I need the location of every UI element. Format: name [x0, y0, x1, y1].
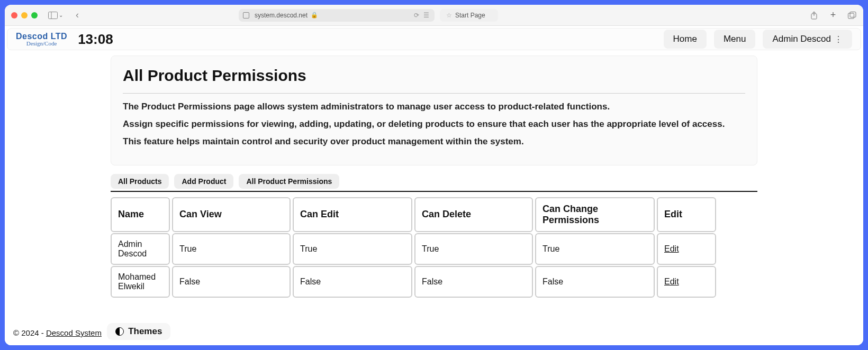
tab-add-product[interactable]: Add Product [174, 174, 233, 189]
app-header: Descod LTD Design/Code 13:08 Home Menu A… [7, 28, 861, 50]
table-row: Admin Descod True True True True Edit [111, 233, 757, 265]
lock-icon: 🔒 [311, 12, 318, 19]
col-edit: Can Edit [293, 197, 412, 232]
nav-home[interactable]: Home [664, 30, 707, 49]
start-page-label: Start Page [455, 12, 485, 19]
cell-action: Edit [657, 266, 716, 298]
cell-edit: False [293, 266, 412, 298]
url-text: system.descod.net [255, 12, 308, 19]
site-settings-icon[interactable] [243, 12, 249, 19]
table-row: Mohamed Elwekil False False False False … [111, 266, 757, 298]
clock: 13:08 [78, 31, 113, 48]
footer: © 2024 - Descod System Themes [5, 298, 863, 340]
share-icon[interactable] [809, 11, 819, 20]
chevron-down-icon: ⌄ [59, 12, 63, 18]
cell-view: True [172, 233, 291, 265]
tab-overview-icon[interactable] [847, 11, 857, 20]
page-title: All Product Permissions [123, 67, 745, 85]
more-icon: ⋮ [834, 34, 843, 44]
cell-change: False [535, 266, 655, 298]
nav-user-label: Admin Descod [772, 34, 831, 44]
table-header-row: Name Can View Can Edit Can Delete Can Ch… [111, 197, 757, 232]
permissions-table: Name Can View Can Edit Can Delete Can Ch… [111, 197, 757, 298]
intro-paragraph-1: The Product Permissions page allows syst… [123, 101, 745, 113]
back-button[interactable]: ‹ [74, 9, 81, 22]
col-delete: Can Delete [414, 197, 533, 232]
cell-name: Admin Descod [111, 233, 170, 265]
logo-subtitle: Design/Code [16, 41, 67, 47]
cell-delete: True [414, 233, 533, 265]
tab-all-products[interactable]: All Products [111, 174, 169, 189]
start-page-tab[interactable]: ☆ Start Page [440, 9, 498, 22]
svg-rect-3 [848, 13, 854, 19]
edit-link[interactable]: Edit [664, 244, 679, 254]
nav-user[interactable]: Admin Descod ⋮ [763, 30, 852, 49]
cell-name: Mohamed Elwekil [111, 266, 170, 298]
new-tab-icon[interactable]: + [828, 11, 838, 20]
themes-button[interactable]: Themes [107, 323, 170, 340]
logo-title: Descod LTD [16, 32, 67, 41]
address-bar[interactable]: system.descod.net 🔒 ⟳ ☰ [239, 9, 435, 22]
nav-menu[interactable]: Menu [714, 30, 756, 49]
cell-action: Edit [657, 233, 716, 265]
cell-edit: True [293, 233, 412, 265]
cell-view: False [172, 266, 291, 298]
col-name: Name [111, 197, 170, 232]
intro-paragraph-3: This feature helps maintain control and … [123, 136, 745, 148]
star-icon: ☆ [446, 12, 452, 19]
intro-paragraph-2: Assign specific permissions for viewing,… [123, 118, 745, 131]
logo[interactable]: Descod LTD Design/Code [16, 32, 67, 47]
close-window-icon[interactable] [11, 12, 17, 19]
svg-rect-0 [49, 12, 58, 19]
footer-link[interactable]: Descod System [46, 328, 102, 337]
minimize-window-icon[interactable] [21, 12, 28, 19]
sidebar-toggle-icon[interactable]: ⌄ [46, 9, 65, 22]
refresh-icon[interactable]: ⟳ [414, 12, 419, 19]
tab-all-permissions[interactable]: All Product Permissions [239, 174, 339, 189]
cell-delete: False [414, 266, 533, 298]
col-view: Can View [172, 197, 291, 232]
browser-toolbar: ⌄ ‹ system.descod.net 🔒 ⟳ ☰ ☆ Start Page [5, 5, 863, 26]
tab-divider [111, 191, 757, 192]
col-action: Edit [657, 197, 716, 232]
maximize-window-icon[interactable] [31, 12, 38, 19]
cell-change: True [535, 233, 655, 265]
themes-label: Themes [128, 326, 162, 337]
intro-panel: All Product Permissions The Product Perm… [111, 56, 757, 165]
reader-icon[interactable]: ☰ [423, 12, 429, 19]
svg-rect-4 [850, 12, 856, 17]
tab-row: All Products Add Product All Product Per… [111, 174, 757, 189]
edit-link[interactable]: Edit [664, 277, 679, 287]
window-controls [11, 12, 38, 19]
divider [123, 93, 745, 94]
col-change: Can Change Permissions [535, 197, 655, 232]
theme-icon [115, 327, 124, 336]
footer-copy: © 2024 - [13, 328, 46, 337]
